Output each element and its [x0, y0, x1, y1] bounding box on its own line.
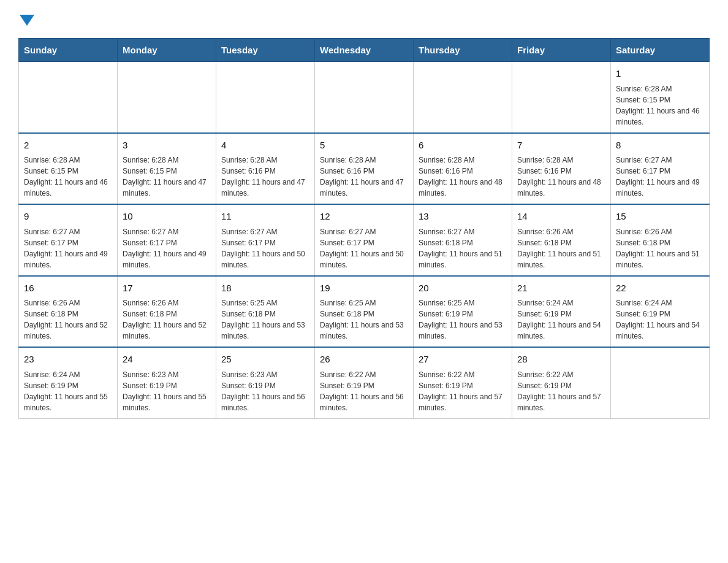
day-number: 7 — [517, 139, 605, 153]
calendar-cell — [611, 347, 710, 418]
day-info: Sunrise: 6:23 AM Sunset: 6:19 PM Dayligh… — [123, 369, 211, 413]
calendar-cell: 20Sunrise: 6:25 AM Sunset: 6:19 PM Dayli… — [414, 276, 512, 348]
day-info: Sunrise: 6:27 AM Sunset: 6:17 PM Dayligh… — [24, 226, 112, 270]
day-number: 8 — [616, 139, 704, 153]
calendar-cell: 17Sunrise: 6:26 AM Sunset: 6:18 PM Dayli… — [118, 276, 216, 348]
calendar-cell: 5Sunrise: 6:28 AM Sunset: 6:16 PM Daylig… — [315, 133, 414, 205]
calendar-cell: 15Sunrise: 6:26 AM Sunset: 6:18 PM Dayli… — [611, 204, 710, 276]
calendar-cell: 27Sunrise: 6:22 AM Sunset: 6:19 PM Dayli… — [414, 347, 512, 418]
calendar-cell: 12Sunrise: 6:27 AM Sunset: 6:17 PM Dayli… — [315, 204, 414, 276]
calendar-cell: 19Sunrise: 6:25 AM Sunset: 6:18 PM Dayli… — [315, 276, 414, 348]
day-info: Sunrise: 6:28 AM Sunset: 6:15 PM Dayligh… — [616, 83, 704, 128]
calendar-table: SundayMondayTuesdayWednesdayThursdayFrid… — [18, 38, 710, 419]
day-number: 11 — [221, 210, 309, 224]
calendar-week-row: 1Sunrise: 6:28 AM Sunset: 6:15 PM Daylig… — [19, 62, 710, 133]
day-info: Sunrise: 6:28 AM Sunset: 6:16 PM Dayligh… — [419, 155, 507, 199]
calendar-cell: 3Sunrise: 6:28 AM Sunset: 6:15 PM Daylig… — [118, 133, 216, 205]
calendar-cell: 9Sunrise: 6:27 AM Sunset: 6:17 PM Daylig… — [19, 204, 118, 276]
day-number: 15 — [616, 210, 704, 224]
calendar-cell: 6Sunrise: 6:28 AM Sunset: 6:16 PM Daylig… — [414, 133, 512, 205]
calendar-cell: 16Sunrise: 6:26 AM Sunset: 6:18 PM Dayli… — [19, 276, 118, 348]
calendar-cell: 7Sunrise: 6:28 AM Sunset: 6:16 PM Daylig… — [512, 133, 611, 205]
calendar-cell: 22Sunrise: 6:24 AM Sunset: 6:19 PM Dayli… — [611, 276, 710, 348]
day-info: Sunrise: 6:27 AM Sunset: 6:17 PM Dayligh… — [123, 226, 211, 270]
calendar-cell: 14Sunrise: 6:26 AM Sunset: 6:18 PM Dayli… — [512, 204, 611, 276]
calendar-cell — [216, 62, 315, 133]
day-number: 20 — [419, 282, 507, 296]
day-number: 19 — [320, 282, 408, 296]
day-number: 5 — [320, 139, 408, 153]
day-info: Sunrise: 6:27 AM Sunset: 6:17 PM Dayligh… — [616, 155, 704, 199]
day-number: 28 — [517, 353, 605, 367]
calendar-week-row: 23Sunrise: 6:24 AM Sunset: 6:19 PM Dayli… — [19, 347, 710, 418]
day-info: Sunrise: 6:23 AM Sunset: 6:19 PM Dayligh… — [221, 369, 309, 413]
day-number: 17 — [123, 282, 211, 296]
day-info: Sunrise: 6:27 AM Sunset: 6:18 PM Dayligh… — [419, 226, 507, 270]
calendar-cell: 1Sunrise: 6:28 AM Sunset: 6:15 PM Daylig… — [611, 62, 710, 133]
day-number: 2 — [24, 139, 112, 153]
calendar-week-row: 9Sunrise: 6:27 AM Sunset: 6:17 PM Daylig… — [19, 204, 710, 276]
day-number: 14 — [517, 210, 605, 224]
calendar-cell: 25Sunrise: 6:23 AM Sunset: 6:19 PM Dayli… — [216, 347, 315, 418]
day-number: 1 — [616, 67, 704, 81]
day-info: Sunrise: 6:28 AM Sunset: 6:16 PM Dayligh… — [320, 155, 408, 199]
calendar-cell: 26Sunrise: 6:22 AM Sunset: 6:19 PM Dayli… — [315, 347, 414, 418]
day-info: Sunrise: 6:28 AM Sunset: 6:16 PM Dayligh… — [221, 155, 309, 199]
calendar-cell: 11Sunrise: 6:27 AM Sunset: 6:17 PM Dayli… — [216, 204, 315, 276]
day-number: 10 — [123, 210, 211, 224]
day-number: 21 — [517, 282, 605, 296]
calendar-cell: 18Sunrise: 6:25 AM Sunset: 6:18 PM Dayli… — [216, 276, 315, 348]
col-header-saturday: Saturday — [611, 39, 710, 62]
calendar-cell — [315, 62, 414, 133]
day-info: Sunrise: 6:28 AM Sunset: 6:16 PM Dayligh… — [517, 155, 605, 199]
day-info: Sunrise: 6:28 AM Sunset: 6:15 PM Dayligh… — [24, 155, 112, 199]
col-header-tuesday: Tuesday — [216, 39, 315, 62]
day-number: 25 — [221, 353, 309, 367]
day-number: 12 — [320, 210, 408, 224]
day-info: Sunrise: 6:22 AM Sunset: 6:19 PM Dayligh… — [320, 369, 408, 413]
day-number: 24 — [123, 353, 211, 367]
day-info: Sunrise: 6:25 AM Sunset: 6:18 PM Dayligh… — [221, 297, 309, 342]
day-info: Sunrise: 6:25 AM Sunset: 6:18 PM Dayligh… — [320, 297, 408, 342]
day-info: Sunrise: 6:27 AM Sunset: 6:17 PM Dayligh… — [221, 226, 309, 270]
day-info: Sunrise: 6:28 AM Sunset: 6:15 PM Dayligh… — [123, 155, 211, 199]
day-info: Sunrise: 6:24 AM Sunset: 6:19 PM Dayligh… — [616, 297, 704, 342]
day-number: 22 — [616, 282, 704, 296]
calendar-cell — [19, 62, 118, 133]
day-info: Sunrise: 6:24 AM Sunset: 6:19 PM Dayligh… — [24, 369, 112, 413]
day-info: Sunrise: 6:26 AM Sunset: 6:18 PM Dayligh… — [517, 226, 605, 270]
calendar-week-row: 16Sunrise: 6:26 AM Sunset: 6:18 PM Dayli… — [19, 276, 710, 348]
day-info: Sunrise: 6:27 AM Sunset: 6:17 PM Dayligh… — [320, 226, 408, 270]
calendar-cell: 10Sunrise: 6:27 AM Sunset: 6:17 PM Dayli… — [118, 204, 216, 276]
day-info: Sunrise: 6:26 AM Sunset: 6:18 PM Dayligh… — [123, 297, 211, 342]
col-header-friday: Friday — [512, 39, 611, 62]
day-number: 9 — [24, 210, 112, 224]
logo-triangle-icon — [20, 15, 34, 26]
calendar-week-row: 2Sunrise: 6:28 AM Sunset: 6:15 PM Daylig… — [19, 133, 710, 205]
calendar-cell: 21Sunrise: 6:24 AM Sunset: 6:19 PM Dayli… — [512, 276, 611, 348]
calendar-cell: 24Sunrise: 6:23 AM Sunset: 6:19 PM Dayli… — [118, 347, 216, 418]
day-number: 18 — [221, 282, 309, 296]
col-header-wednesday: Wednesday — [315, 39, 414, 62]
calendar-cell — [118, 62, 216, 133]
day-number: 3 — [123, 139, 211, 153]
calendar-cell — [512, 62, 611, 133]
calendar-cell: 8Sunrise: 6:27 AM Sunset: 6:17 PM Daylig… — [611, 133, 710, 205]
col-header-sunday: Sunday — [19, 39, 118, 62]
day-info: Sunrise: 6:25 AM Sunset: 6:19 PM Dayligh… — [419, 297, 507, 342]
day-info: Sunrise: 6:22 AM Sunset: 6:19 PM Dayligh… — [517, 369, 605, 413]
day-info: Sunrise: 6:22 AM Sunset: 6:19 PM Dayligh… — [419, 369, 507, 413]
col-header-monday: Monday — [118, 39, 216, 62]
page-header — [18, 12, 710, 26]
logo — [18, 12, 34, 26]
col-header-thursday: Thursday — [414, 39, 512, 62]
calendar-cell: 28Sunrise: 6:22 AM Sunset: 6:19 PM Dayli… — [512, 347, 611, 418]
calendar-cell: 2Sunrise: 6:28 AM Sunset: 6:15 PM Daylig… — [19, 133, 118, 205]
day-info: Sunrise: 6:26 AM Sunset: 6:18 PM Dayligh… — [616, 226, 704, 270]
day-number: 27 — [419, 353, 507, 367]
day-number: 16 — [24, 282, 112, 296]
calendar-cell: 13Sunrise: 6:27 AM Sunset: 6:18 PM Dayli… — [414, 204, 512, 276]
calendar-cell: 23Sunrise: 6:24 AM Sunset: 6:19 PM Dayli… — [19, 347, 118, 418]
calendar-cell: 4Sunrise: 6:28 AM Sunset: 6:16 PM Daylig… — [216, 133, 315, 205]
day-info: Sunrise: 6:26 AM Sunset: 6:18 PM Dayligh… — [24, 297, 112, 342]
